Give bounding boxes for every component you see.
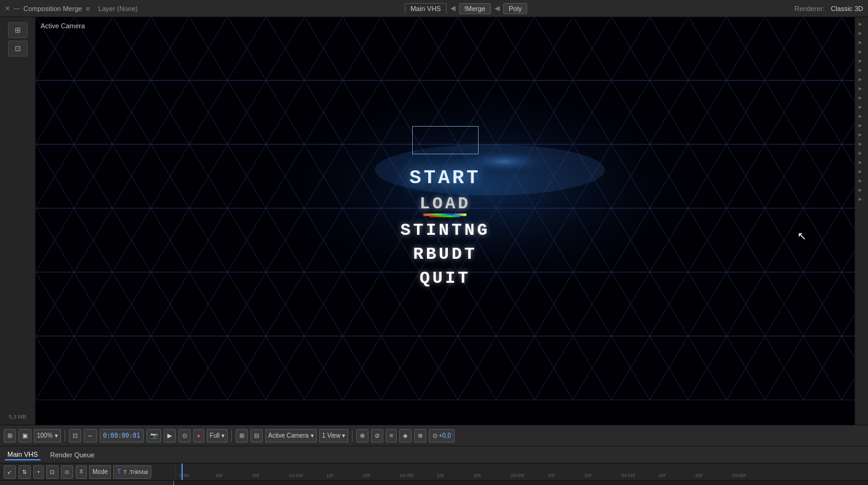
left-panel: ⊞ ⊡ 5,3 MB <box>0 17 36 425</box>
close-icon: ✕ <box>5 5 10 12</box>
right-panel: ► ► ► ► ► ► ► ► ► ► ► ► ► ► ► ► ► ► ► ► <box>854 17 868 425</box>
ruler-mark-20f-1: 20f <box>252 473 259 478</box>
timeline-ctrl-btn-1[interactable]: ↙ <box>4 465 16 479</box>
timeline-ctrl-btn-6[interactable]: ⧖ <box>76 465 87 479</box>
play-btn[interactable]: ▶ <box>164 429 176 443</box>
minimize-icon: — <box>14 5 20 12</box>
right-panel-arrow-15: ► <box>855 149 868 157</box>
playhead-indicator[interactable] <box>180 463 185 480</box>
timeline-ctrl-btn-2[interactable]: ⇅ <box>18 465 31 479</box>
zoom-dropdown[interactable]: 100% ▾ <box>34 429 61 443</box>
transparency-btn[interactable]: ◈ <box>399 429 412 443</box>
ruler-mark-20f-5: 20f <box>695 473 702 478</box>
toggle-btn[interactable]: ⊙ <box>178 429 191 443</box>
exposure-btn[interactable]: ⊕ <box>356 429 368 443</box>
safe-margins-btn[interactable]: ⊟ <box>250 429 263 443</box>
canvas-area: START LOAD STINTNG RBUDT QUIT ↖ <box>36 17 854 425</box>
ruler-mark-10f-5: 10f <box>658 473 665 478</box>
offset-icon: ⊙ <box>432 432 437 439</box>
timeline-left-controls: ↙ ⇅ + ⊡ ⊙ ⧖ Mode T T .TrikMat <box>4 465 176 479</box>
ruler-mark-10f-3: 10f <box>437 473 444 478</box>
toolbar-sep-2 <box>231 430 232 442</box>
camera-dropdown[interactable]: Active Camera ▾ <box>265 429 317 443</box>
right-panel-arrow-10: ► <box>855 103 868 111</box>
timeline-ctrl-btn-3[interactable]: + <box>33 465 44 479</box>
timeline-controls: ↙ ⇅ + ⊡ ⊙ ⧖ Mode T T .TrikMat 0:00 10f 2… <box>0 463 868 481</box>
tab-main-vhs-timeline[interactable]: Main VHS <box>5 449 41 460</box>
top-bar: ✕ — Composition Merge ≡ Layer (None) Mai… <box>0 0 868 17</box>
camera-icon[interactable]: 📷 <box>146 429 161 443</box>
timeline-ctrl-btn-5[interactable]: ⊙ <box>61 465 73 479</box>
ruler-mark-20f-4: 20f <box>584 473 591 478</box>
ruler-mark-04: 04:00f <box>621 473 635 478</box>
quality-value: Full <box>210 432 220 439</box>
ruler-mark-02: 02:00f <box>400 473 413 478</box>
ruler-mark-03: 03:00f <box>511 473 524 478</box>
right-panel-arrow-19: ► <box>855 186 868 194</box>
view-layout-dropdown[interactable]: 1 View ▾ <box>319 429 349 443</box>
right-panel-arrow-11: ► <box>855 112 868 120</box>
right-panel-arrow-7: ► <box>855 75 868 84</box>
right-panel-arrow-9: ► <box>855 93 868 102</box>
ruler-mark-10f-2: 10f <box>326 473 333 478</box>
ruler-mark-10f-4: 10f <box>547 473 554 478</box>
right-panel-arrow-13: ► <box>855 130 868 139</box>
renderer-label: Renderer: <box>795 5 825 12</box>
quality-dropdown[interactable]: Full ▾ <box>207 429 228 443</box>
layer-ctrl-btn[interactable]: ≡ <box>386 429 397 443</box>
offset-display[interactable]: ⊙ +0,0 <box>429 429 455 443</box>
view-fit-btn[interactable]: ↔ <box>84 429 97 443</box>
fast-preview-btn[interactable]: ⊘ <box>371 429 383 443</box>
renderer-value: Classic 3D <box>830 5 863 12</box>
grid-icon[interactable]: ⊡ <box>8 41 28 57</box>
tab-merge[interactable]: !Merge <box>459 3 491 14</box>
track-info-left: ▶ 👁 S 🔒 1 Main VHS <box>0 481 172 485</box>
zoom-value: 100% <box>37 432 53 439</box>
camera-dropdown-arrow: ▾ <box>311 432 314 439</box>
timeline-ctrl-btn-4[interactable]: ⊡ <box>46 465 58 479</box>
right-panel-arrow-8: ► <box>855 84 868 93</box>
grid-overlay-btn[interactable]: ⊞ <box>236 429 248 443</box>
comp-menu-icon: ≡ <box>86 5 89 12</box>
tab-render-queue[interactable]: Render Queue <box>48 450 97 460</box>
viewer-display-btn[interactable]: ▣ <box>18 429 31 443</box>
toolbar-sep-1 <box>65 430 65 442</box>
timeline-track-row: ▶ 👁 S 🔒 1 Main VHS <box>0 481 868 485</box>
menu-quit: QUIT <box>420 269 471 288</box>
timecode-value: 0:00:00:01 <box>103 432 140 439</box>
right-panel-arrow-6: ► <box>855 66 868 74</box>
right-panel-arrow-16: ► <box>855 158 868 167</box>
right-panel-arrow-17: ► <box>855 167 868 176</box>
timeline-area: ↙ ⇅ + ⊡ ⊙ ⧖ Mode T T .TrikMat 0:00 10f 2… <box>0 463 868 485</box>
viewer-toolbar: ⊞ ▣ 100% ▾ ⊡ ↔ 0:00:00:01 📷 ▶ ⊙ ● Full ▾… <box>0 425 868 446</box>
file-size: 5,3 MB <box>9 414 26 420</box>
right-panel-arrow-18: ► <box>855 176 868 185</box>
view-label: 1 View <box>322 432 341 439</box>
viewer-snapshot-btn[interactable]: ⊞ <box>4 429 16 443</box>
view-dropdown-arrow: ▾ <box>342 432 345 439</box>
menu-start: START <box>409 167 480 189</box>
toolbar-sep-3 <box>352 430 352 442</box>
ruler-mark-05: 05:00f <box>732 473 746 478</box>
quality-dropdown-arrow: ▾ <box>221 432 225 439</box>
snapshot-icon[interactable]: ⊞ <box>8 22 28 38</box>
arrow-left-icon-2: ◀ <box>495 4 500 12</box>
3d-btn[interactable]: ⊛ <box>414 429 426 443</box>
main-layout: ⊞ ⊡ 5,3 MB Active Camera <box>0 17 868 425</box>
track-icon: T <box>117 468 121 475</box>
mode-dropdown[interactable]: Mode <box>89 465 111 479</box>
camera-label: Active Camera <box>268 432 309 439</box>
view-resize-btn[interactable]: ⊡ <box>69 429 81 443</box>
right-panel-arrow-20: ► <box>855 195 868 203</box>
timeline-header: Main VHS Render Queue <box>0 446 868 463</box>
right-panel-arrow-3: ► <box>855 38 868 47</box>
ruler-mark-20f-2: 20f <box>363 473 370 478</box>
menu-about: RBUDT <box>413 245 477 264</box>
timecode-display[interactable]: 0:00:00:01 <box>100 429 144 443</box>
menu-load: LOAD <box>420 194 471 216</box>
color-btn[interactable]: ● <box>193 429 204 443</box>
tab-main-vhs[interactable]: Main VHS <box>405 3 447 14</box>
track-trikmat[interactable]: T T .TrikMat <box>113 465 151 479</box>
active-camera-label: Active Camera <box>41 22 85 30</box>
tab-poly[interactable]: Poly <box>503 3 527 14</box>
